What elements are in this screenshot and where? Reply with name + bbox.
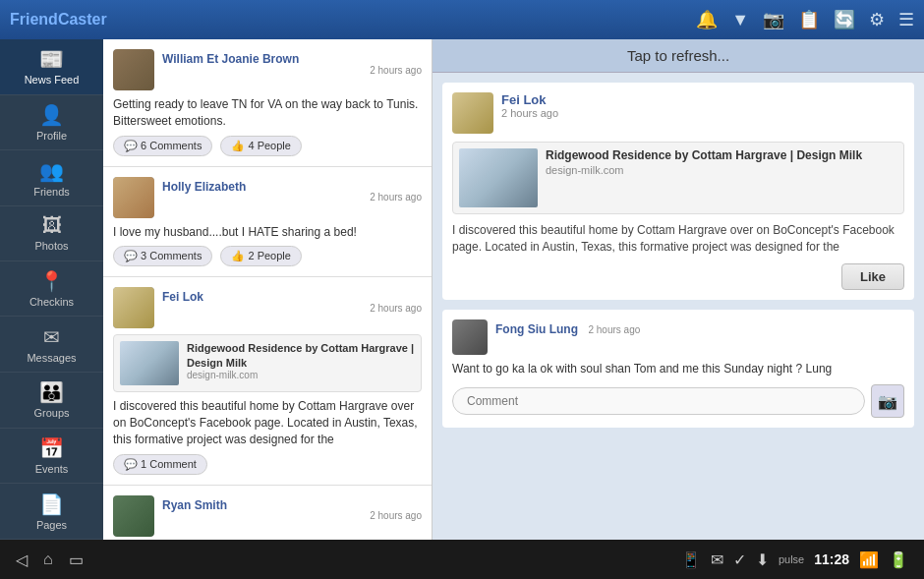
detail-post-meta: Fei Lok 2 hours ago [501, 92, 558, 134]
feed-link-card-3[interactable]: Ridgewood Residence by Cottam Hargrave |… [113, 334, 422, 392]
back-icon[interactable]: ◁ [16, 550, 28, 569]
detail-link-card[interactable]: Ridgewood Residence by Cottam Hargrave |… [452, 142, 904, 214]
feed-post-4: Ryan Smith 2 hours ago Testing out Start… [103, 486, 432, 540]
feed-header-1: William Et Joanie Brown 2 hours ago [113, 49, 422, 90]
comment-text: Want to go ka la ok with soul shan Tom a… [452, 361, 904, 377]
feed-name-2[interactable]: Holly Elizabeth [162, 180, 246, 194]
email-icon: ✉ [711, 550, 723, 569]
refresh-bar[interactable]: Tap to refresh... [433, 39, 924, 73]
bottom-bar: ◁ ⌂ ▭ 📱 ✉ ✓ ⬇ pulse 11:28 📶 🔋 [0, 540, 924, 579]
app-logo: FriendCaster [10, 11, 107, 29]
clipboard-icon[interactable]: 📋 [798, 9, 820, 30]
detail-link-url: design-milk.com [546, 164, 897, 176]
sidebar-item-friends[interactable]: 👥 Friends [0, 150, 103, 206]
pulse-label: pulse [779, 553, 804, 565]
news-feed-icon: 📰 [39, 47, 64, 71]
feed-name-3[interactable]: Fei Lok [162, 290, 203, 304]
top-bar: FriendCaster 🔔 ▼ 📷 📋 🔄 ⚙ ☰ [0, 0, 924, 39]
pages-icon: 📄 [39, 492, 64, 516]
messages-icon: ✉ [43, 325, 60, 349]
sidebar-item-groups[interactable]: 👪 Groups [0, 373, 103, 429]
sidebar-item-checkins[interactable]: 📍 Checkins [0, 261, 103, 318]
avatar-william [113, 49, 154, 90]
comment-avatar [452, 319, 488, 355]
detail-panel: Tap to refresh... Fei Lok 2 hours ago Ri… [433, 39, 924, 540]
detail-like-row: Like [452, 263, 904, 290]
avatar-holly [113, 177, 154, 218]
comment-user-row: Fong Siu Lung 2 hours ago [452, 319, 904, 355]
detail-post-text: I discovered this beautiful home by Cott… [452, 222, 904, 256]
sidebar-item-messages[interactable]: ✉ Messages [0, 317, 103, 373]
sidebar-label-friends: Friends [33, 186, 70, 198]
feed-text-1: Getting ready to leave TN for VA on the … [113, 96, 422, 130]
feed-actions-2: 💬 3 Comments 👍 2 People [113, 246, 422, 266]
usb-icon: 📱 [681, 550, 701, 569]
clock: 11:28 [814, 551, 849, 567]
feed-time-3: 2 hours ago [370, 303, 422, 314]
sidebar-label-pages: Pages [36, 519, 67, 531]
comment-input[interactable] [452, 387, 865, 415]
feed-name-1[interactable]: William Et Joanie Brown [162, 52, 299, 66]
sidebar-label-events: Events [35, 463, 69, 475]
feed-name-4[interactable]: Ryan Smith [162, 498, 227, 512]
feed-link-title-3: Ridgewood Residence by Cottam Hargrave |… [187, 341, 415, 370]
like-button[interactable]: Like [841, 263, 904, 290]
feed-meta-2: Holly Elizabeth [162, 177, 246, 195]
settings-icon[interactable]: ⚙ [869, 9, 885, 30]
feed-item-header-2: Holly Elizabeth [113, 177, 246, 218]
sidebar-item-news-feed[interactable]: 📰 News Feed [0, 39, 103, 95]
feed-link-thumb-3 [120, 341, 179, 385]
menu-icon[interactable]: ☰ [898, 9, 914, 30]
feed-header-2: Holly Elizabeth 2 hours ago [113, 177, 422, 218]
feed-meta-4: Ryan Smith [162, 495, 227, 513]
comment-send-button[interactable]: 📷 [871, 384, 904, 418]
refresh-icon[interactable]: 🔄 [834, 9, 855, 30]
feed-actions-1: 💬 6 Comments 👍 4 People [113, 136, 422, 156]
comment-time: 2 hours ago [588, 324, 640, 335]
comments-btn-2[interactable]: 💬 3 Comments [113, 246, 212, 266]
feed-time-2: 2 hours ago [370, 192, 422, 203]
logo-friend: Friend [10, 11, 58, 28]
detail-post-time: 2 hours ago [501, 107, 558, 119]
feed-item-header-1: William Et Joanie Brown [113, 49, 299, 90]
feed-meta-1: William Et Joanie Brown [162, 49, 299, 67]
likes-btn-1[interactable]: 👍 4 People [220, 136, 301, 156]
download-icon: ⬇ [756, 550, 769, 569]
sidebar-label-photos: Photos [34, 240, 68, 252]
sidebar-item-events[interactable]: 📅 Events [0, 429, 103, 485]
recents-icon[interactable]: ▭ [69, 550, 84, 569]
notifications-icon[interactable]: 🔔 [696, 9, 718, 30]
groups-icon: 👪 [39, 380, 64, 404]
filter-icon[interactable]: ▼ [731, 10, 749, 30]
detail-post: Fei Lok 2 hours ago Ridgewood Residence … [442, 83, 914, 300]
sidebar: 📰 News Feed 👤 Profile 👥 Friends 🖼 Photos… [0, 39, 103, 540]
avatar-ryan [113, 495, 154, 537]
home-icon[interactable]: ⌂ [43, 550, 53, 569]
sidebar-item-profile[interactable]: 👤 Profile [0, 95, 103, 151]
feed-panel: William Et Joanie Brown 2 hours ago Gett… [103, 39, 433, 540]
detail-avatar [452, 92, 493, 134]
comments-btn-1[interactable]: 💬 6 Comments [113, 136, 212, 156]
detail-link-thumb [459, 148, 538, 207]
check-icon: ✓ [733, 550, 746, 569]
camera-icon[interactable]: 📷 [763, 9, 784, 30]
feed-meta-3: Fei Lok [162, 287, 203, 305]
feed-time-4: 2 hours ago [370, 510, 422, 521]
avatar-feilok [113, 287, 154, 328]
feed-actions-3: 💬 1 Comment [113, 454, 422, 475]
sidebar-item-pages[interactable]: 📄 Pages [0, 484, 103, 540]
bottom-nav-left: ◁ ⌂ ▭ [16, 550, 84, 569]
sidebar-label-checkins: Checkins [29, 296, 74, 308]
feed-item-header-4: Ryan Smith [113, 495, 227, 537]
detail-comment-section: Fong Siu Lung 2 hours ago Want to go ka … [442, 310, 914, 429]
profile-icon: 👤 [39, 103, 64, 127]
events-icon: 📅 [39, 436, 64, 460]
sidebar-item-photos[interactable]: 🖼 Photos [0, 206, 103, 261]
feed-item-header-3: Fei Lok [113, 287, 203, 328]
photos-icon: 🖼 [42, 214, 62, 237]
comments-btn-3[interactable]: 💬 1 Comment [113, 454, 207, 475]
feed-post-1: William Et Joanie Brown 2 hours ago Gett… [103, 39, 432, 167]
likes-btn-2[interactable]: 👍 2 People [220, 246, 301, 266]
feed-link-url-3: design-milk.com [187, 370, 415, 380]
feed-post-2: Holly Elizabeth 2 hours ago I love my hu… [103, 167, 432, 278]
